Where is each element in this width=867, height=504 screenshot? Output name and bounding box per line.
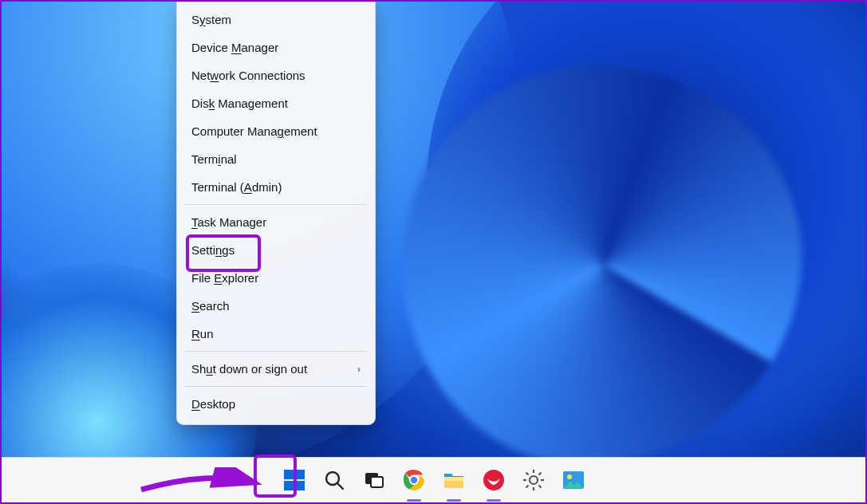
menu-item-settings[interactable]: Settings xyxy=(177,236,375,264)
menu-item-terminal[interactable]: Terminal xyxy=(177,145,375,173)
menu-item-terminal-admin[interactable]: Terminal (Admin) xyxy=(177,173,375,201)
task-view-icon[interactable] xyxy=(361,467,388,494)
menu-item-search[interactable]: Search xyxy=(177,292,375,320)
chevron-right-icon: › xyxy=(357,364,361,375)
power-user-menu: SystemDevice ManagerNetwork ConnectionsD… xyxy=(176,2,376,425)
menu-item-system[interactable]: System xyxy=(177,6,375,33)
svg-line-20 xyxy=(538,486,541,488)
svg-rect-2 xyxy=(284,481,294,490)
menu-item-label: Search xyxy=(191,299,230,313)
svg-point-24 xyxy=(567,474,572,479)
menu-item-label: Device Manager xyxy=(191,41,278,54)
svg-line-19 xyxy=(526,473,528,475)
svg-point-13 xyxy=(483,470,504,490)
menu-item-label: Desktop xyxy=(191,397,235,411)
svg-point-14 xyxy=(530,476,538,484)
svg-point-10 xyxy=(410,477,416,483)
svg-rect-0 xyxy=(284,470,294,479)
svg-rect-1 xyxy=(295,470,305,479)
menu-item-device-manager[interactable]: Device Manager xyxy=(177,33,375,61)
menu-item-label: Settings xyxy=(191,243,234,257)
menu-item-task-manager[interactable]: Task Manager xyxy=(177,208,375,236)
menu-separator xyxy=(185,386,367,387)
start-button[interactable] xyxy=(281,467,308,494)
menu-item-label: Terminal xyxy=(191,152,237,166)
menu-item-label: File Explorer xyxy=(191,271,258,285)
menu-item-run[interactable]: Run xyxy=(177,320,375,348)
menu-item-label: Shut down or sign out xyxy=(191,362,307,376)
search-icon[interactable] xyxy=(321,467,348,494)
menu-item-disk-management[interactable]: Disk Management xyxy=(177,89,375,117)
settings-gear-icon[interactable] xyxy=(520,467,547,494)
menu-item-label: Disk Management xyxy=(191,96,288,110)
menu-item-shutdown[interactable]: Shut down or sign out› xyxy=(177,355,375,383)
app-red-icon[interactable] xyxy=(480,467,507,494)
menu-item-computer-management[interactable]: Computer Management xyxy=(177,117,375,145)
svg-rect-7 xyxy=(371,477,383,487)
menu-separator xyxy=(185,351,367,352)
chrome-icon[interactable] xyxy=(400,467,428,494)
svg-rect-12 xyxy=(444,477,463,481)
menu-item-label: Terminal (Admin) xyxy=(191,180,282,194)
menu-item-label: Run xyxy=(191,327,214,341)
svg-line-21 xyxy=(538,473,541,475)
file-explorer-icon[interactable] xyxy=(440,467,467,494)
menu-item-desktop[interactable]: Desktop xyxy=(177,390,375,418)
desktop-wallpaper xyxy=(2,2,865,502)
menu-item-label: Network Connections xyxy=(191,69,305,82)
menu-item-label: Computer Management xyxy=(191,124,317,138)
photos-icon[interactable] xyxy=(560,467,587,494)
menu-item-network-connections[interactable]: Network Connections xyxy=(177,61,375,89)
svg-line-22 xyxy=(526,486,528,488)
menu-item-file-explorer[interactable]: File Explorer xyxy=(177,264,375,292)
taskbar xyxy=(2,457,865,502)
svg-line-5 xyxy=(337,483,343,489)
svg-rect-3 xyxy=(295,481,305,490)
menu-separator xyxy=(185,204,367,205)
menu-item-label: Task Manager xyxy=(191,215,266,229)
menu-item-label: System xyxy=(191,13,231,26)
